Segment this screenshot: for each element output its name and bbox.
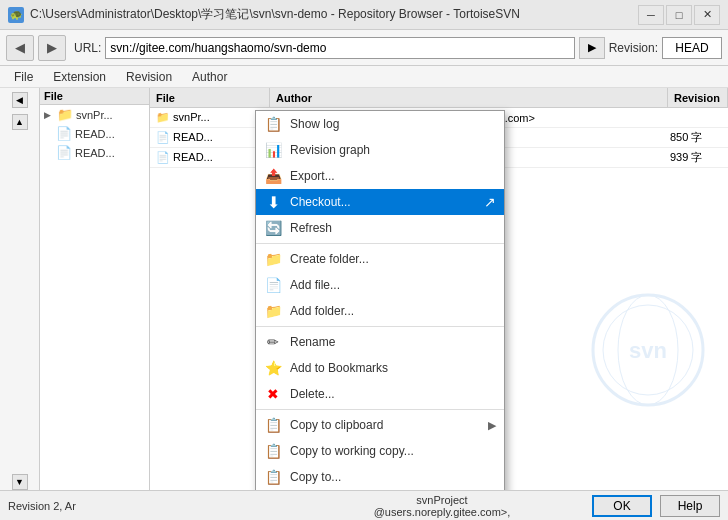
copy-clipboard-icon: 📋	[264, 416, 282, 434]
ctx-add-folder[interactable]: 📁 Add folder...	[256, 298, 504, 324]
col-file[interactable]: File	[150, 88, 270, 107]
status-project-text: svnProject	[416, 494, 467, 506]
title-bar-text: C:\Users\Administrator\Desktop\学习笔记\svn\…	[30, 6, 632, 23]
col-revision[interactable]: Revision	[668, 88, 728, 107]
ctx-add-bookmarks-label: Add to Bookmarks	[290, 361, 496, 375]
ctx-export[interactable]: 📤 Export...	[256, 163, 504, 189]
copy-working-icon: 📋	[264, 442, 282, 460]
file-icon: 📄	[56, 145, 72, 160]
status-bar: Revision 2, Ar svnProject @users.noreply…	[0, 490, 728, 520]
help-button[interactable]: Help	[660, 495, 720, 517]
ctx-checkout[interactable]: ⬇ Checkout... ↗	[256, 189, 504, 215]
svn-watermark: svn	[588, 290, 708, 410]
ctx-delete[interactable]: ✖ Delete...	[256, 381, 504, 407]
add-file-icon: 📄	[264, 276, 282, 294]
revision-graph-icon: 📊	[264, 141, 282, 159]
tree-item-label: svnPr...	[76, 109, 113, 121]
ctx-delete-label: Delete...	[290, 387, 496, 401]
ctx-add-file[interactable]: 📄 Add file...	[256, 272, 504, 298]
ctx-create-folder[interactable]: 📁 Create folder...	[256, 246, 504, 272]
title-bar: 🐢 C:\Users\Administrator\Desktop\学习笔记\sv…	[0, 0, 728, 30]
ctx-checkout-label: Checkout...	[290, 195, 472, 209]
title-bar-controls: ─ □ ✕	[638, 5, 720, 25]
ctx-revision-graph[interactable]: 📊 Revision graph	[256, 137, 504, 163]
ctx-show-log-label: Show log	[290, 117, 496, 131]
menu-bar: File Extension Revision Author	[0, 66, 728, 88]
delete-icon: ✖	[264, 385, 282, 403]
file-cell-revision: 850 字	[666, 130, 726, 145]
main-content: ◀ ▲ ▼ File ▶ 📁 svnPr... 📄 READ... 📄 READ…	[0, 88, 728, 490]
copy-to-icon: 📋	[264, 468, 282, 486]
file-cell-name: 📁 svnPr...	[152, 111, 272, 124]
left-side-panel: ◀ ▲ ▼	[0, 88, 40, 490]
forward-button[interactable]: ▶	[38, 35, 66, 61]
status-left-text: Revision 2, Ar	[8, 500, 292, 512]
show-log-icon: 📋	[264, 115, 282, 133]
file-tree-panel: File ▶ 📁 svnPr... 📄 READ... 📄 READ...	[40, 88, 150, 490]
scroll-down-button[interactable]: ▼	[12, 474, 28, 490]
file-icon: 📄	[56, 126, 72, 141]
app-icon: 🐢	[8, 7, 24, 23]
menu-author[interactable]: Author	[182, 66, 237, 88]
ctx-copy-working-label: Copy to working copy...	[290, 444, 496, 458]
ctx-refresh-label: Refresh	[290, 221, 496, 235]
revision-input[interactable]	[662, 37, 722, 59]
ctx-show-log[interactable]: 📋 Show log	[256, 111, 504, 137]
url-go-button[interactable]: ▶	[579, 37, 605, 59]
refresh-icon: 🔄	[264, 219, 282, 237]
minimize-button[interactable]: ─	[638, 5, 664, 25]
scroll-up-button[interactable]: ▲	[12, 114, 28, 130]
tree-expand-icon: ▶	[44, 110, 54, 120]
ctx-add-bookmarks[interactable]: ⭐ Add to Bookmarks	[256, 355, 504, 381]
tree-item-readme1[interactable]: 📄 READ...	[40, 124, 149, 143]
col-author[interactable]: Author	[270, 88, 668, 107]
ctx-rename-label: Rename	[290, 335, 496, 349]
url-input[interactable]	[105, 37, 574, 59]
folder-icon: 📁	[57, 107, 73, 122]
ctx-copy-to-label: Copy to...	[290, 470, 496, 484]
ctx-refresh[interactable]: 🔄 Refresh	[256, 215, 504, 241]
file-cell-name: 📄 READ...	[152, 151, 272, 164]
rename-icon: ✏	[264, 333, 282, 351]
ctx-copy-to[interactable]: 📋 Copy to...	[256, 464, 504, 490]
right-panel: File Author Revision 📁 svnPr... <8510046…	[150, 88, 728, 490]
submenu-arrow-icon: ▶	[488, 419, 496, 432]
separator-2	[256, 326, 504, 327]
add-folder-icon: 📁	[264, 302, 282, 320]
bookmark-icon: ⭐	[264, 359, 282, 377]
separator-3	[256, 409, 504, 410]
tree-item-readme2[interactable]: 📄 READ...	[40, 143, 149, 162]
ctx-create-folder-label: Create folder...	[290, 252, 496, 266]
ctx-add-file-label: Add file...	[290, 278, 496, 292]
file-cell-name: 📄 READ...	[152, 131, 272, 144]
ok-button[interactable]: OK	[592, 495, 652, 517]
ctx-export-label: Export...	[290, 169, 496, 183]
checkout-icon: ⬇	[264, 193, 282, 211]
status-email-text: @users.noreply.gitee.com>,	[374, 506, 511, 518]
tree-item-svnproject[interactable]: ▶ 📁 svnPr...	[40, 105, 149, 124]
toolbar: ◀ ▶ URL: ▶ Revision:	[0, 30, 728, 66]
ctx-copy-working[interactable]: 📋 Copy to working copy...	[256, 438, 504, 464]
menu-file[interactable]: File	[4, 66, 43, 88]
file-cell-revision: 939 字	[666, 150, 726, 165]
ctx-copy-clipboard-label: Copy to clipboard	[290, 418, 480, 432]
separator-1	[256, 243, 504, 244]
file-tree-header: File	[40, 88, 149, 105]
close-button[interactable]: ✕	[694, 5, 720, 25]
back-button[interactable]: ◀	[6, 35, 34, 61]
tree-item-label: READ...	[75, 128, 115, 140]
ctx-add-folder-label: Add folder...	[290, 304, 496, 318]
revision-label: Revision:	[609, 41, 658, 55]
ctx-rename[interactable]: ✏ Rename	[256, 329, 504, 355]
file-list-header: File Author Revision	[150, 88, 728, 108]
ctx-revision-graph-label: Revision graph	[290, 143, 496, 157]
svg-text:svn: svn	[629, 338, 667, 363]
menu-revision[interactable]: Revision	[116, 66, 182, 88]
ctx-copy-clipboard[interactable]: 📋 Copy to clipboard ▶	[256, 412, 504, 438]
maximize-button[interactable]: □	[666, 5, 692, 25]
create-folder-icon: 📁	[264, 250, 282, 268]
url-label: URL:	[74, 41, 101, 55]
collapse-left-button[interactable]: ◀	[12, 92, 28, 108]
menu-extension[interactable]: Extension	[43, 66, 116, 88]
tree-item-label: READ...	[75, 147, 115, 159]
